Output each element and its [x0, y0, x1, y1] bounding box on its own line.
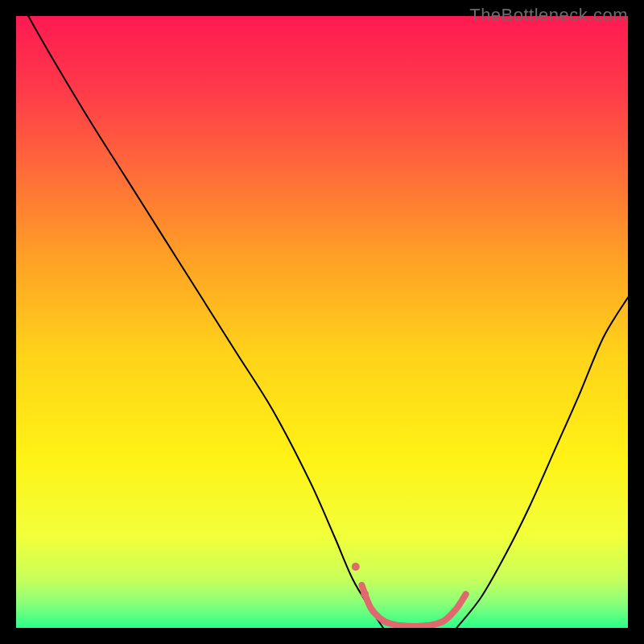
series-right-curve [456, 298, 628, 628]
chart-plot-area [16, 16, 628, 628]
chart-curves-layer [16, 16, 628, 628]
watermark-text: TheBottleneck.com [469, 5, 628, 26]
marker-valley-dot-upper [352, 563, 360, 571]
series-valley-segment [361, 585, 465, 626]
marker-valley-dot-lower [361, 590, 369, 598]
series-left-curve [28, 16, 383, 628]
